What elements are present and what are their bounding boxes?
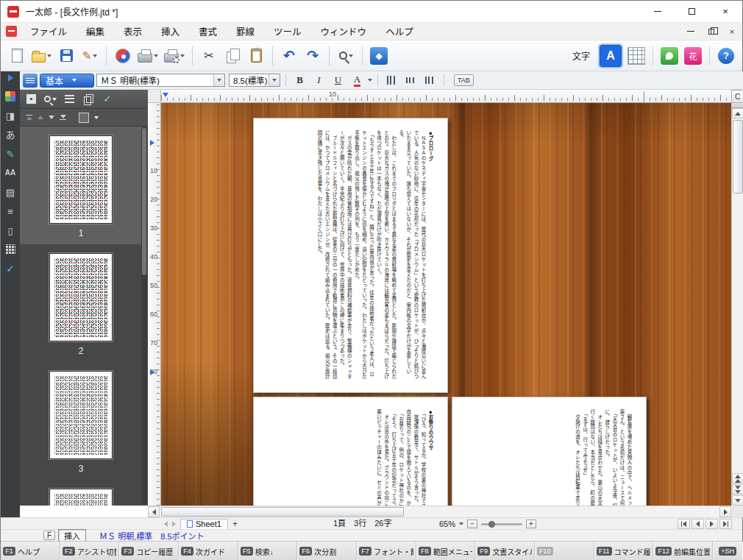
doc-minimize-button[interactable] <box>680 23 701 40</box>
font-size-dropdown[interactable] <box>269 74 280 86</box>
vertical-scrollbar-thumb[interactable] <box>733 120 743 194</box>
function-key-f5[interactable]: F5検索↓ <box>238 542 298 560</box>
menu-item-edit[interactable]: 編集 <box>77 23 114 40</box>
thumbnail-list-view-button[interactable] <box>60 91 78 107</box>
document-page-1[interactable]: ■プロローグ ＮＡＳＡのケネディ宇宙センターには、歴代の巨大ロケットを打ち上げた… <box>253 118 448 393</box>
first-page-button[interactable] <box>678 519 690 529</box>
font-size-tool-button[interactable]: AA <box>4 167 17 179</box>
thumbnail-check-button[interactable]: ✓ <box>99 91 116 107</box>
page-thumbnail-4[interactable] <box>49 489 113 506</box>
zoom-slider[interactable] <box>481 523 522 525</box>
align-bottom-button[interactable] <box>422 73 438 88</box>
menu-item-window[interactable]: ウィンドウ <box>311 23 377 40</box>
scroll-left-button[interactable] <box>148 506 160 517</box>
font-size-select[interactable]: 8.5(標準) <box>229 74 280 87</box>
zoom-level[interactable]: 65% <box>439 520 455 528</box>
copy-button[interactable] <box>221 44 243 68</box>
align-top-button[interactable] <box>383 73 400 88</box>
first-page-thumb-button[interactable] <box>26 115 32 120</box>
panel-button[interactable]: ◨ <box>4 110 17 121</box>
print-settings-button[interactable] <box>162 44 187 68</box>
prev-page-thumb-button[interactable] <box>38 116 43 119</box>
menu-item-insert[interactable]: 挿入 <box>152 23 189 40</box>
last-page-thumb-button[interactable] <box>60 115 66 120</box>
underline-button[interactable]: U <box>330 73 346 88</box>
next-page-thumb-button[interactable] <box>49 116 54 119</box>
menu-item-tools[interactable]: ツール <box>264 23 311 40</box>
open-button[interactable] <box>29 44 54 68</box>
sheet-next-button[interactable] <box>172 521 176 527</box>
chevron-down-icon[interactable] <box>459 522 463 525</box>
pen-button[interactable]: ✎ <box>4 148 17 160</box>
shift-modifier-key[interactable]: +SH <box>713 542 742 560</box>
thumbnail-pages-button[interactable] <box>79 91 97 107</box>
table-tool-button[interactable] <box>4 244 17 255</box>
menu-item-view[interactable]: 表示 <box>114 23 152 40</box>
function-key-f1[interactable]: F1ヘルプ <box>1 542 60 560</box>
palette-grid-button[interactable] <box>4 91 17 102</box>
function-key-f12[interactable]: F12前編集位置 <box>653 542 713 560</box>
doc-close-button[interactable]: × <box>722 23 742 40</box>
split-handle[interactable] <box>732 103 743 108</box>
page-thumbnail-2[interactable] <box>49 253 113 341</box>
prev-page-scroll-button[interactable] <box>732 473 743 483</box>
horizontal-ruler[interactable]: 10 <box>161 90 731 103</box>
text-mode-button[interactable]: A <box>597 44 624 68</box>
style-select[interactable]: 基本 <box>40 74 94 88</box>
grid-mode-button[interactable] <box>625 44 647 68</box>
save-as-button[interactable]: ✎ <box>79 44 101 68</box>
tab-button[interactable]: TAB <box>454 74 474 86</box>
column-button[interactable]: C <box>731 90 743 103</box>
sheet-tab[interactable]: Sheet1 <box>180 519 228 530</box>
prev-page-button[interactable] <box>692 519 704 529</box>
margin-marker[interactable] <box>644 91 644 102</box>
vertical-scrollbar[interactable] <box>731 103 743 506</box>
font-select-dropdown[interactable] <box>213 74 224 86</box>
zoom-out-button[interactable]: − <box>467 520 477 528</box>
hanako-button[interactable]: 花 <box>682 44 704 68</box>
font-color-button[interactable]: A <box>349 73 366 88</box>
zoom-slider-thumb[interactable] <box>488 521 495 528</box>
font-select[interactable]: ＭＳ 明朝(標準) <box>96 74 225 87</box>
function-key-f11[interactable]: F11コマンド履歴 <box>594 542 654 560</box>
function-key-f4[interactable]: F4次ガイド <box>179 542 238 560</box>
close-button[interactable]: × <box>708 1 742 22</box>
panel-collapse-arrow[interactable] <box>8 74 13 82</box>
maximize-button[interactable] <box>675 1 708 22</box>
search-button[interactable] <box>335 44 357 68</box>
function-key-f6[interactable]: F6次分割 <box>297 542 357 560</box>
thumbnail-zoom-button[interactable] <box>41 91 59 107</box>
italic-button[interactable]: I <box>310 73 327 88</box>
f-key-indicator[interactable]: F <box>43 531 55 540</box>
horizontal-scrollbar[interactable] <box>148 506 731 517</box>
function-key-f7[interactable]: F7フォント・飾り <box>357 542 416 560</box>
paste-button[interactable] <box>245 44 267 68</box>
list-button[interactable]: ≡ <box>4 205 17 217</box>
save-button[interactable] <box>55 44 77 68</box>
scroll-up-button[interactable] <box>732 108 743 118</box>
help-button[interactable]: ? <box>715 44 737 68</box>
cut-button[interactable]: ✂ <box>198 44 220 68</box>
indent-marker-icon[interactable] <box>163 93 168 97</box>
thumbnail-scrollbar[interactable] <box>141 128 147 504</box>
minimize-button[interactable] <box>641 1 675 22</box>
add-sheet-button[interactable]: + <box>232 519 238 529</box>
margin-marker-icon[interactable] <box>150 140 154 146</box>
menu-item-format[interactable]: 書式 <box>189 23 227 40</box>
document-tool-button[interactable]: ▯ <box>4 224 17 236</box>
format-menu-button[interactable] <box>23 74 38 88</box>
new-document-button[interactable] <box>6 44 28 68</box>
next-page-button[interactable] <box>705 519 718 529</box>
scroll-right-button[interactable] <box>719 506 731 517</box>
document-page-2[interactable]: ■お祭りのウワサ 「ひろ、知ってるか。学校の裏の神社でさ、今夜、お祭りがあるんだ… <box>253 397 448 506</box>
menu-item-file[interactable]: ファイル <box>21 23 77 40</box>
print-button[interactable] <box>135 44 160 68</box>
bold-button[interactable]: B <box>291 73 308 88</box>
navi-button[interactable] <box>112 44 134 68</box>
doc-restore-button[interactable] <box>701 23 722 40</box>
function-key-f9[interactable]: F9文書スタイル <box>475 542 535 560</box>
next-page-scroll-button[interactable] <box>732 484 743 495</box>
insert-mode-indicator[interactable]: 挿入 <box>58 529 86 542</box>
margin-marker-icon[interactable] <box>150 369 154 375</box>
check-tool-button[interactable]: ✓ <box>4 263 17 274</box>
